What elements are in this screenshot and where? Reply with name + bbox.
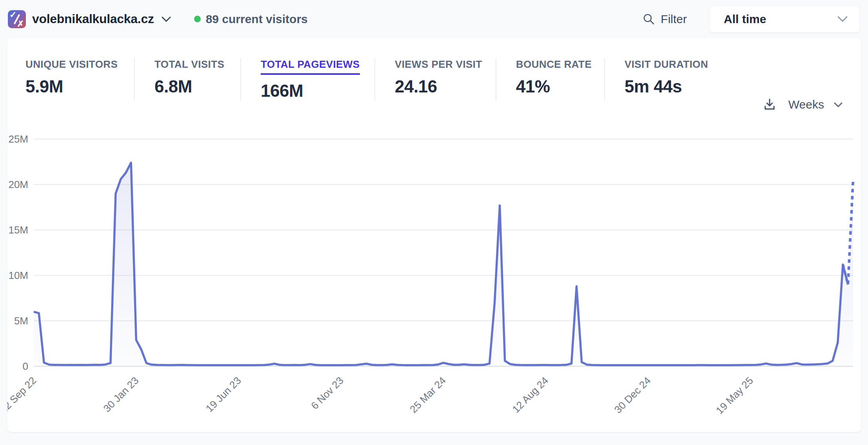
svg-text:10M: 10M — [8, 270, 28, 281]
svg-text:19 Jun 23: 19 Jun 23 — [203, 374, 243, 414]
chevron-down-icon — [837, 16, 848, 23]
site-name: volebnikalkulacka.cz — [32, 12, 154, 26]
chart-gridlines — [34, 139, 853, 366]
stat-total-pageviews[interactable]: TOTAL PAGEVIEWS 166M — [240, 58, 374, 101]
filter-button[interactable]: Filter — [643, 13, 687, 26]
stat-label-selected[interactable]: TOTAL PAGEVIEWS — [261, 58, 360, 75]
stat-label[interactable]: TOTAL VISITS — [154, 58, 224, 71]
green-dot-icon — [194, 16, 201, 22]
site-switcher[interactable]: ✓ ✗ volebnikalkulacka.cz — [8, 10, 171, 28]
svg-text:15M: 15M — [8, 224, 28, 236]
stat-bounce-rate[interactable]: BOUNCE RATE 41% — [496, 58, 604, 101]
stat-total-visits[interactable]: TOTAL VISITS 6.8M — [134, 58, 240, 101]
stat-value: 5.9M — [25, 77, 134, 96]
svg-text:12 Sep 22: 12 Sep 22 — [7, 374, 38, 416]
pageviews-area-chart[interactable]: 05M10M15M20M25M12 Sep 2230 Jan 2319 Jun … — [7, 116, 861, 432]
stat-label[interactable]: VISIT DURATION — [625, 58, 708, 71]
dashboard-card: UNIQUE VISITORS 5.9M TOTAL VISITS 6.8M T… — [7, 38, 861, 432]
chevron-down-icon — [161, 16, 171, 22]
stat-value: 166M — [261, 81, 374, 101]
stat-label[interactable]: VIEWS PER VISIT — [395, 58, 482, 71]
stat-label[interactable]: UNIQUE VISITORS — [25, 58, 118, 71]
stat-views-per-visit[interactable]: VIEWS PER VISIT 24.16 — [374, 58, 496, 101]
stat-value: 6.8M — [154, 77, 240, 96]
chart-series — [34, 163, 853, 366]
favicon-cross-glyph: ✗ — [17, 19, 24, 29]
svg-text:25 Mar 24: 25 Mar 24 — [407, 374, 448, 415]
current-visitors[interactable]: 89 current visitors — [194, 13, 308, 26]
date-range-select[interactable]: All time — [710, 6, 859, 33]
stat-value: 41% — [516, 77, 604, 96]
stat-visit-duration[interactable]: VISIT DURATION 5m 44s — [604, 58, 769, 101]
date-range-value: All time — [724, 13, 837, 26]
svg-text:20M: 20M — [8, 179, 28, 190]
download-icon[interactable] — [763, 98, 777, 112]
favicon-check-glyph: ✓ — [9, 10, 16, 20]
svg-text:30 Jan 23: 30 Jan 23 — [101, 374, 141, 414]
top-stats-row: UNIQUE VISITORS 5.9M TOTAL VISITS 6.8M T… — [7, 38, 861, 101]
search-icon — [643, 13, 655, 25]
current-visitors-label: 89 current visitors — [206, 13, 308, 26]
stat-value: 24.16 — [395, 77, 496, 96]
svg-text:19 May 25: 19 May 25 — [714, 374, 755, 416]
chevron-down-icon[interactable] — [833, 102, 843, 108]
site-favicon-icon: ✓ ✗ — [8, 10, 26, 28]
stat-label[interactable]: BOUNCE RATE — [516, 58, 592, 71]
stat-value: 5m 44s — [625, 77, 769, 96]
svg-text:30 Dec 24: 30 Dec 24 — [612, 374, 653, 416]
svg-text:25M: 25M — [8, 133, 28, 145]
svg-text:0: 0 — [23, 360, 28, 372]
svg-text:5M: 5M — [14, 315, 28, 327]
filter-label: Filter — [661, 13, 687, 26]
interval-dropdown-label[interactable]: Weeks — [788, 98, 824, 111]
chart-interval-controls: Weeks — [763, 98, 843, 112]
svg-text:6 Nov 23: 6 Nov 23 — [309, 374, 346, 412]
top-bar: ✓ ✗ volebnikalkulacka.cz 89 current visi… — [0, 0, 868, 38]
stat-unique-visitors[interactable]: UNIQUE VISITORS 5.9M — [25, 58, 134, 101]
svg-text:12 Aug 24: 12 Aug 24 — [510, 374, 550, 415]
